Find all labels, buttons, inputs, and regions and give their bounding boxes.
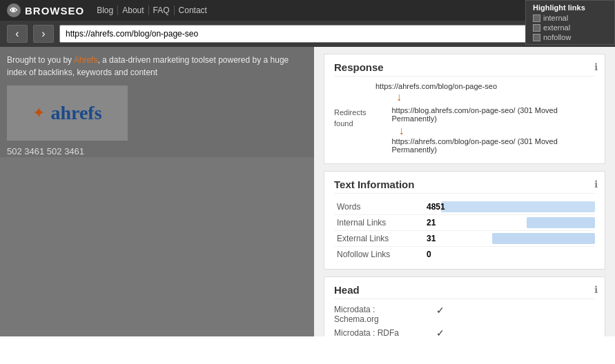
ahrefs-logo-inner: ✦ ahrefs bbox=[32, 102, 101, 124]
checkbox-external[interactable] bbox=[533, 24, 540, 32]
url-bar: ‹ › Browse bbox=[0, 21, 615, 47]
ahrefs-diamond-icon: ✦ bbox=[32, 104, 45, 122]
ahrefs-link[interactable]: Ahrefs bbox=[74, 55, 98, 65]
external-links-value: 31 bbox=[424, 231, 595, 247]
nav-about[interactable]: About bbox=[118, 6, 148, 15]
words-label: Words bbox=[334, 199, 424, 215]
right-panel[interactable]: Response ℹ https://ahrefs.com/blog/on-pa… bbox=[314, 47, 615, 336]
redirects-label: Redirects found bbox=[334, 108, 384, 129]
redirect-url-2: https://ahrefs.com/blog/on-page-seo/ (30… bbox=[391, 137, 595, 154]
nav-faq[interactable]: FAQ bbox=[149, 6, 175, 15]
response-info-icon[interactable]: ℹ bbox=[594, 61, 598, 72]
highlight-links-title: Highlight links bbox=[533, 3, 607, 12]
nofollow-links-label: Nofollow Links bbox=[334, 247, 424, 263]
nav-links: Blog About FAQ Contact bbox=[92, 6, 211, 15]
microdata-rdfa-row: Microdata : RDFa ✓ bbox=[334, 327, 595, 336]
microdata-schema-label: Microdata :Schema.org bbox=[334, 305, 431, 324]
ahrefs-logo-box: ✦ ahrefs bbox=[7, 85, 128, 141]
external-links-label: External Links bbox=[334, 231, 424, 247]
highlight-internal[interactable]: internal bbox=[533, 14, 607, 22]
head-title: Head bbox=[334, 284, 595, 299]
promo-text: Brought to you by Ahrefs, a data-driven … bbox=[7, 54, 307, 79]
table-row: Words 4851 bbox=[334, 199, 595, 215]
back-button[interactable]: ‹ bbox=[7, 25, 28, 43]
logo-icon: 👁 bbox=[7, 3, 21, 17]
response-section: Response ℹ https://ahrefs.com/blog/on-pa… bbox=[324, 54, 605, 164]
left-panel: Brought to you by Ahrefs, a data-driven … bbox=[0, 47, 314, 336]
head-info-icon[interactable]: ℹ bbox=[594, 284, 598, 295]
microdata-rdfa-label: Microdata : RDFa bbox=[334, 328, 431, 336]
highlight-external[interactable]: external bbox=[533, 23, 607, 32]
nav-blog[interactable]: Blog bbox=[92, 6, 118, 15]
nofollow-links-value: 0 bbox=[424, 247, 595, 263]
text-info-icon[interactable]: ℹ bbox=[594, 179, 598, 190]
text-info-title: Text Information bbox=[334, 179, 595, 194]
checkbox-internal[interactable] bbox=[533, 14, 540, 22]
internal-links-value: 21 bbox=[424, 215, 595, 231]
text-info-section: Text Information ℹ Words 4851 Internal L… bbox=[324, 171, 605, 270]
microdata-rdfa-check: ✓ bbox=[436, 327, 445, 336]
internal-links-label: Internal Links bbox=[334, 215, 424, 231]
logo-text: BROWSEO bbox=[25, 5, 84, 17]
url-input[interactable] bbox=[59, 25, 557, 43]
forward-button[interactable]: › bbox=[33, 25, 54, 43]
nav-contact[interactable]: Contact bbox=[175, 6, 211, 15]
highlight-links-panel: Highlight links internal external nofoll… bbox=[525, 0, 615, 45]
redirect-arrow-2: ↓ bbox=[398, 124, 595, 137]
checkbox-nofollow[interactable] bbox=[533, 34, 540, 41]
table-row: External Links 31 bbox=[334, 231, 595, 247]
highlight-nofollow[interactable]: nofollow bbox=[533, 33, 607, 41]
redirect-arrow-1: ↓ bbox=[396, 90, 595, 103]
left-bottom-area bbox=[0, 157, 314, 336]
words-value: 4851 bbox=[424, 199, 595, 215]
response-title: Response bbox=[334, 61, 595, 77]
logo: 👁 BROWSEO bbox=[7, 3, 84, 17]
microdata-schema-row: Microdata :Schema.org ✓ bbox=[334, 305, 595, 324]
phone-number: 502 3461 502 3461 bbox=[7, 146, 307, 156]
ahrefs-brand-text: ahrefs bbox=[50, 102, 101, 124]
table-row: Internal Links 21 bbox=[334, 215, 595, 231]
table-row: Nofollow Links 0 bbox=[334, 247, 595, 263]
response-url-start: https://ahrefs.com/blog/on-page-seo bbox=[375, 82, 595, 90]
head-section: Head ℹ Microdata :Schema.org ✓ Microdata… bbox=[324, 276, 605, 336]
microdata-schema-check: ✓ bbox=[436, 305, 445, 316]
text-info-table: Words 4851 Internal Links 21 External Li… bbox=[334, 199, 595, 262]
redirect-url-1: https://blog.ahrefs.com/on-page-seo/ (30… bbox=[391, 106, 595, 123]
